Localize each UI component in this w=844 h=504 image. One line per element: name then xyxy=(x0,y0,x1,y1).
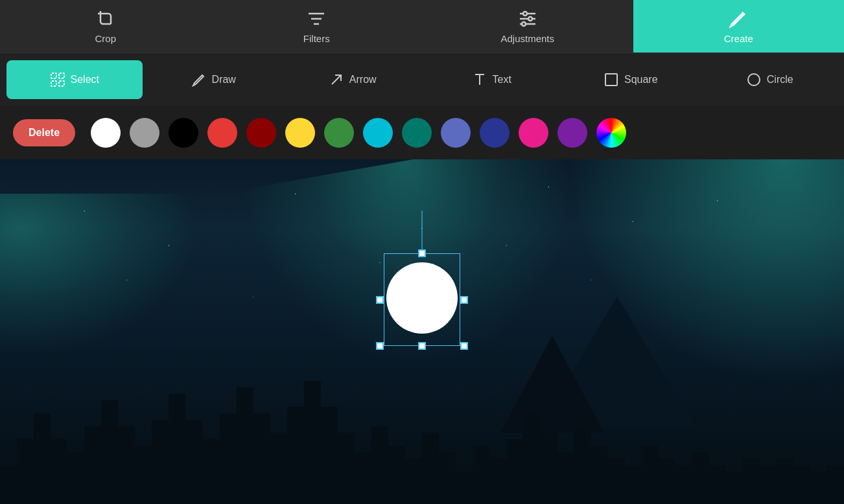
color-white[interactable] xyxy=(91,118,121,148)
svg-point-4 xyxy=(528,17,532,21)
top-toolbar: Crop Filters Adjustments Create xyxy=(0,0,844,53)
handle-bottom-right[interactable] xyxy=(460,342,468,350)
color-yellow[interactable] xyxy=(285,118,315,148)
square-icon xyxy=(604,72,619,87)
handle-top-center[interactable] xyxy=(418,249,426,257)
draw-icon xyxy=(191,72,207,87)
circle-tool-btn[interactable]: Circle xyxy=(702,60,838,99)
create-label: Create xyxy=(724,33,753,44)
draw-label: Draw xyxy=(212,74,236,86)
adjustments-tool-btn[interactable]: Adjustments xyxy=(422,0,633,52)
svg-rect-7 xyxy=(59,73,64,78)
svg-line-10 xyxy=(332,75,341,84)
canvas-area[interactable] xyxy=(0,159,844,504)
svg-point-5 xyxy=(522,22,526,26)
svg-rect-8 xyxy=(51,81,56,86)
circle-label: Circle xyxy=(767,74,793,86)
handle-middle-right[interactable] xyxy=(460,296,468,304)
tool-toolbar: Select Draw Arrow Text Square Circle xyxy=(0,53,844,106)
adjustments-icon xyxy=(517,8,538,29)
crop-tool-btn[interactable]: Crop xyxy=(0,0,211,52)
select-icon xyxy=(50,72,65,87)
svg-point-14 xyxy=(748,74,760,86)
circle-icon xyxy=(746,72,762,87)
text-label: Text xyxy=(493,74,511,86)
selection-box[interactable] xyxy=(380,249,464,350)
arrow-icon xyxy=(329,72,344,87)
filters-icon xyxy=(306,8,327,29)
text-icon xyxy=(472,72,487,87)
color-green[interactable] xyxy=(324,118,354,148)
square-tool-btn[interactable]: Square xyxy=(563,60,699,99)
color-gray[interactable] xyxy=(130,118,159,148)
color-purple[interactable] xyxy=(557,118,587,148)
svg-rect-9 xyxy=(59,81,64,86)
delete-button[interactable]: Delete xyxy=(13,119,75,146)
color-red[interactable] xyxy=(207,118,237,148)
color-magenta[interactable] xyxy=(519,118,548,148)
color-rainbow[interactable] xyxy=(596,118,626,148)
square-label: Square xyxy=(624,74,658,86)
create-icon xyxy=(728,8,749,29)
draw-tool-btn[interactable]: Draw xyxy=(146,60,282,99)
circle-shape[interactable] xyxy=(386,262,458,334)
select-label: Select xyxy=(71,74,99,86)
select-tool-btn[interactable]: Select xyxy=(6,60,143,99)
color-dark-blue[interactable] xyxy=(480,118,510,148)
arrow-tool-btn[interactable]: Arrow xyxy=(285,60,421,99)
selection-border-left xyxy=(384,253,384,346)
selected-object-container[interactable] xyxy=(380,249,464,350)
arrow-label: Arrow xyxy=(349,74,377,86)
svg-rect-6 xyxy=(51,73,56,78)
color-teal[interactable] xyxy=(402,118,432,148)
color-black[interactable] xyxy=(169,118,198,148)
adjustments-label: Adjustments xyxy=(500,33,554,44)
svg-point-3 xyxy=(523,12,527,16)
color-cyan[interactable] xyxy=(363,118,393,148)
filters-tool-btn[interactable]: Filters xyxy=(211,0,423,52)
crop-label: Crop xyxy=(95,33,116,44)
color-toolbar: Delete xyxy=(0,106,844,159)
svg-rect-13 xyxy=(605,74,617,86)
text-tool-btn[interactable]: Text xyxy=(424,60,560,99)
filters-label: Filters xyxy=(303,33,330,44)
selection-line-top xyxy=(422,211,423,253)
handle-middle-left[interactable] xyxy=(376,296,384,304)
crop-icon xyxy=(95,8,116,29)
create-tool-btn[interactable]: Create xyxy=(633,0,845,52)
handle-bottom-left[interactable] xyxy=(376,342,384,350)
handle-bottom-center[interactable] xyxy=(418,342,426,350)
color-blue[interactable] xyxy=(441,118,471,148)
color-dark-red[interactable] xyxy=(246,118,276,148)
